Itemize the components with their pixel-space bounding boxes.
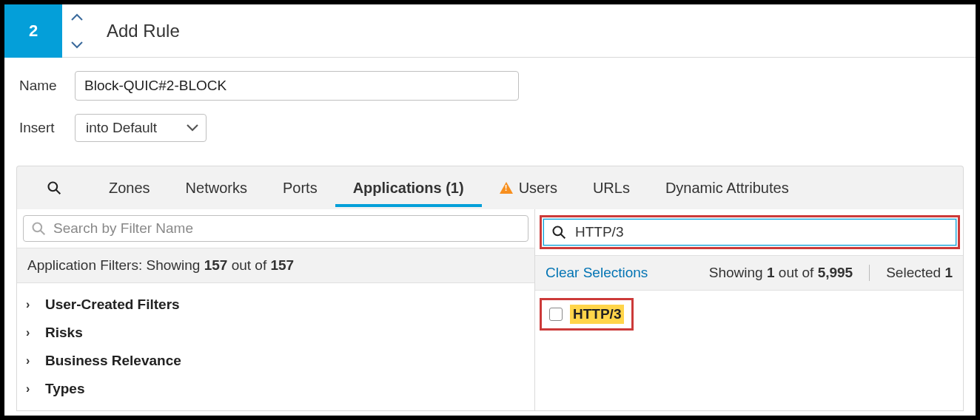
name-input[interactable]	[75, 71, 519, 101]
applications-pane: Clear Selections Showing 1 out of 5,995 …	[535, 209, 963, 410]
search-icon	[31, 221, 46, 236]
app-checkbox[interactable]	[549, 308, 563, 321]
svg-line-3	[41, 231, 45, 235]
tab-dynamic-attributes[interactable]: Dynamic Attributes	[648, 169, 807, 207]
app-results: HTTP/3	[535, 291, 963, 338]
tab-ports[interactable]: Ports	[265, 169, 335, 207]
filter-user-created[interactable]: ›User-Created Filters	[21, 291, 530, 319]
rule-order-controls	[62, 4, 92, 58]
filters-status-prefix: Application Filters: Showing	[27, 257, 204, 273]
filters-pane: Application Filters: Showing 157 out of …	[17, 209, 535, 410]
applications-panel: Application Filters: Showing 157 out of …	[16, 209, 964, 411]
app-result-highlight: HTTP/3	[540, 298, 634, 331]
svg-point-2	[33, 223, 42, 232]
chevron-up-icon[interactable]	[71, 13, 83, 21]
tab-applications[interactable]: Applications (1)	[335, 169, 482, 207]
filter-label: User-Created Filters	[45, 297, 180, 313]
caret-right-icon: ›	[26, 354, 36, 368]
dialog-header: 2 Add Rule	[4, 4, 976, 58]
tab-users-label: Users	[519, 180, 557, 197]
rule-number-badge: 2	[4, 4, 62, 58]
filter-label: Risks	[45, 325, 83, 341]
caret-right-icon: ›	[26, 326, 36, 339]
svg-line-5	[561, 234, 565, 239]
selected-count: 1	[944, 265, 953, 280]
svg-point-4	[554, 227, 563, 236]
caret-right-icon: ›	[26, 298, 36, 311]
filters-status-count: 157	[204, 257, 228, 273]
form-area: Name Insert into Default	[4, 58, 976, 166]
search-icon	[551, 225, 566, 240]
filters-status: Application Filters: Showing 157 out of …	[17, 248, 534, 283]
showing-prefix: Showing	[709, 265, 767, 280]
dialog-title: Add Rule	[107, 21, 180, 41]
app-result-label[interactable]: HTTP/3	[570, 305, 624, 324]
tab-users[interactable]: Users	[482, 169, 575, 207]
filter-search[interactable]	[23, 215, 528, 242]
tab-zones[interactable]: Zones	[91, 169, 168, 207]
svg-line-1	[56, 190, 61, 194]
filters-status-total: 157	[270, 257, 294, 273]
filter-list: ›User-Created Filters ›Risks ›Business R…	[17, 283, 534, 410]
chevron-down-icon	[187, 124, 198, 132]
caret-right-icon: ›	[26, 382, 36, 396]
app-search-highlight	[540, 215, 960, 249]
insert-select[interactable]: into Default	[75, 114, 207, 142]
filters-status-mid: out of	[227, 257, 270, 273]
tabs-container: Zones Networks Ports Applications (1) Us…	[16, 166, 964, 209]
filter-label: Types	[45, 381, 85, 397]
filter-label: Business Relevance	[45, 353, 181, 369]
filter-types[interactable]: ›Types	[21, 375, 530, 403]
tab-networks[interactable]: Networks	[168, 169, 265, 207]
apps-status: Clear Selections Showing 1 out of 5,995 …	[535, 255, 963, 291]
search-icon	[47, 180, 61, 195]
name-label: Name	[19, 78, 75, 94]
svg-point-0	[49, 183, 58, 192]
showing-count: 1	[767, 265, 775, 280]
filter-search-input[interactable]	[53, 220, 520, 237]
insert-label: Insert	[19, 120, 75, 136]
showing-total: 5,995	[818, 265, 853, 280]
tab-search-area[interactable]	[17, 180, 91, 195]
clear-selections-link[interactable]: Clear Selections	[546, 265, 648, 281]
warning-icon	[500, 182, 513, 194]
app-search-input[interactable]	[575, 224, 948, 240]
filter-business-relevance[interactable]: ›Business Relevance	[21, 347, 530, 375]
app-search[interactable]	[543, 219, 956, 245]
insert-value: into Default	[86, 120, 157, 136]
chevron-down-icon[interactable]	[71, 41, 83, 49]
selected-label: Selected	[886, 265, 944, 280]
filter-risks[interactable]: ›Risks	[21, 319, 530, 347]
showing-mid: out of	[775, 265, 818, 280]
separator	[869, 265, 870, 281]
tab-urls[interactable]: URLs	[575, 169, 648, 207]
